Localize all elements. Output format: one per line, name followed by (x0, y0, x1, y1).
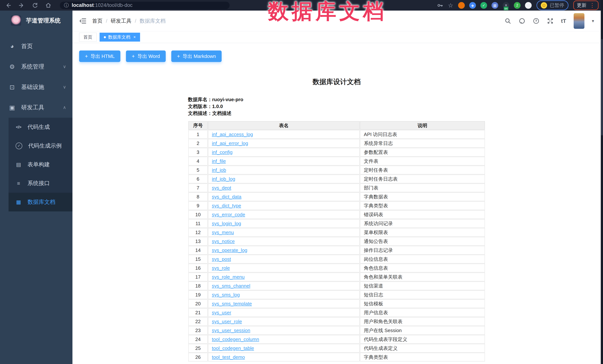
browser-menu-icon[interactable]: ⋮ (590, 3, 595, 8)
table-name-link[interactable]: tool_codegen_column (212, 337, 259, 342)
tab-home[interactable]: 首页 (79, 33, 97, 42)
table-name-link[interactable]: sys_sms_template (212, 301, 252, 307)
table-name-link[interactable]: sys_post (212, 256, 231, 262)
description-cell: 错误码表 (360, 210, 485, 219)
table-name-link[interactable]: inf_job (212, 167, 226, 173)
table-name-link[interactable]: sys_dict_data (212, 194, 242, 199)
tags-view-bar: 首页 数据库文档 × (72, 31, 601, 43)
font-size-icon[interactable]: tT (561, 18, 566, 24)
extension-vpn-on[interactable]: ≡on (503, 2, 509, 9)
breadcrumb-item[interactable]: 数据库文档 (140, 17, 166, 24)
row-index-cell: 23 (188, 326, 208, 335)
sidebar-item-dev-tools[interactable]: ▣ 研发工具 ∧ (0, 97, 72, 118)
submenu-item-label: 代码生成 (27, 123, 50, 131)
app-logo-row[interactable]: 芋道管理系统 (0, 11, 72, 26)
extension-puzzle[interactable] (525, 2, 532, 9)
table-row: 4 inf_file 文件表 (188, 157, 485, 165)
row-index-cell: 26 (188, 353, 208, 361)
table-name-cell: sys_operate_log (208, 246, 360, 254)
extension-orange-circle[interactable] (458, 2, 465, 9)
col-header-table-name: 表名 (208, 121, 360, 130)
table-name-link[interactable]: inf_config (212, 149, 232, 155)
submenu-item-codegen[interactable]: </> 代码生成 (9, 118, 72, 136)
button-export-word[interactable]: + 导出 Word (126, 51, 165, 62)
extension-green-check[interactable]: ✓ (480, 2, 487, 9)
table-row: 22 sys_user_role 用户和角色关联表 (188, 317, 485, 326)
table-name-link[interactable]: tool_codegen_table (212, 345, 254, 351)
url-bar[interactable]: ⓘ localhost:1024/tool/db-doc (60, 2, 230, 9)
help-icon[interactable]: ? (533, 18, 539, 24)
tab-db-doc[interactable]: 数据库文档 × (100, 33, 140, 42)
sidebar-item-home[interactable]: ◕ 首页 (0, 36, 72, 56)
table-name-link[interactable]: inf_job_log (212, 176, 235, 182)
submenu-item-system-api[interactable]: ≡ 系统接口 (9, 174, 72, 193)
document-title: 数据库设计文档 (72, 77, 601, 87)
table-name-link[interactable]: sys_notice (212, 239, 235, 244)
tab-close-icon[interactable]: × (133, 35, 136, 39)
url-text: localhost:1024/tool/db-doc (72, 2, 132, 8)
table-name-link[interactable]: sys_menu (212, 230, 234, 235)
submenu-item-form-builder[interactable]: ▤ 表单构建 (9, 155, 72, 174)
github-icon[interactable] (519, 18, 525, 24)
description-cell: 角色和菜单关联表 (360, 273, 485, 281)
table-row: 10 sys_error_code 错误码表 (188, 210, 485, 219)
site-info-icon[interactable]: ⓘ (64, 2, 69, 9)
user-avatar[interactable] (574, 13, 584, 29)
table-name-link[interactable]: sys_operate_log (212, 247, 247, 253)
bookmark-star-icon[interactable]: ☆ (448, 2, 453, 8)
tab-active-dot (104, 36, 106, 38)
sidebar-item-infrastructure[interactable]: ⊡ 基础设施 ∨ (0, 77, 72, 97)
app-title: 芋道管理系统 (26, 17, 60, 24)
table-name-link[interactable]: sys_role_menu (212, 274, 245, 280)
table-name-link[interactable]: sys_dept (212, 185, 231, 191)
table-name-link[interactable]: sys_role (212, 265, 230, 271)
submenu-item-label: 表单构建 (27, 161, 50, 168)
table-name-link[interactable]: sys_user_session (212, 328, 250, 333)
extension-paused-pill[interactable]: ☺ 已暂停 (536, 0, 568, 10)
extension-blue-pin[interactable]: ◆ (469, 2, 476, 9)
fullscreen-icon[interactable] (547, 18, 554, 24)
table-name-cell: sys_dict_type (208, 201, 360, 210)
sidebar-item-system-management[interactable]: ⚙ 系统管理 ∨ (0, 56, 72, 77)
browser-home-icon[interactable] (45, 2, 51, 8)
table-name-link[interactable]: inf_api_error_log (212, 141, 248, 146)
password-key-icon[interactable] (437, 2, 443, 8)
table-name-cell: inf_config (208, 148, 360, 156)
description-cell: 短信模板 (360, 299, 485, 308)
row-index-cell: 13 (188, 237, 208, 246)
search-icon[interactable] (505, 18, 511, 24)
table-name-link[interactable]: sys_login_log (212, 221, 241, 226)
table-name-link[interactable]: tool_test_demo (212, 354, 245, 360)
table-name-link[interactable]: sys_user (212, 310, 231, 315)
avatar-caret-icon[interactable]: ▾ (592, 18, 594, 23)
description-cell: 字典数据表 (360, 192, 485, 201)
extension-blue-grid[interactable]: ▦ (492, 2, 498, 9)
description-cell: 定时任务表 (360, 166, 485, 174)
browser-forward-icon[interactable] (19, 2, 24, 8)
breadcrumb-item[interactable]: 研发工具 (111, 17, 131, 24)
browser-back-icon[interactable] (5, 2, 11, 8)
table-name-link[interactable]: sys_error_code (212, 212, 245, 217)
table-name-link[interactable]: inf_api_access_log (212, 132, 253, 137)
export-toolbar: + 导出 HTML + 导出 Word + 导出 Markdown (79, 51, 601, 62)
table-name-link[interactable]: inf_file (212, 158, 226, 164)
submenu-item-db-doc[interactable]: ▦ 数据库文档 (9, 193, 72, 211)
row-index-cell: 24 (188, 335, 208, 343)
row-index-cell: 4 (188, 157, 208, 165)
button-export-html[interactable]: + 导出 HTML (79, 51, 120, 62)
table-name-link[interactable]: sys_sms_channel (212, 283, 250, 289)
button-export-markdown[interactable]: + 导出 Markdown (171, 51, 222, 62)
table-name-link[interactable]: sys_user_role (212, 319, 242, 324)
scrollbar-thumb[interactable] (601, 39, 603, 135)
browser-update-button[interactable]: 更新 ⋮ (573, 0, 599, 10)
table-name-link[interactable]: sys_dict_type (212, 203, 241, 209)
button-label: 导出 Word (138, 53, 160, 60)
sidebar-collapse-icon[interactable] (79, 17, 87, 25)
table-name-link[interactable]: sys_sms_log (212, 292, 240, 298)
extension-green-2[interactable]: 2 (514, 2, 521, 9)
page-scrollbar[interactable] (601, 0, 603, 364)
submenu-item-codegen-example[interactable]: ✓ 代码生成示例 (9, 136, 72, 155)
table-row: 20 sys_sms_template 短信模板 (188, 299, 485, 308)
breadcrumb-item[interactable]: 首页 (92, 17, 103, 24)
browser-reload-icon[interactable] (32, 2, 38, 8)
